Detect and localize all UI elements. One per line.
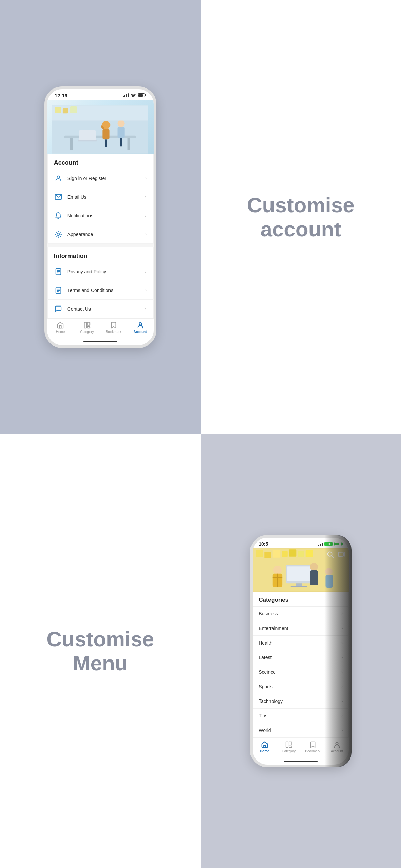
- svg-rect-65: [339, 552, 343, 556]
- nav-home-2[interactable]: Home: [253, 741, 277, 753]
- category-world[interactable]: World ›: [253, 723, 349, 738]
- svg-rect-4: [128, 138, 130, 150]
- svg-rect-6: [103, 129, 110, 139]
- nav-category[interactable]: Category: [74, 321, 100, 334]
- category-icon: [83, 321, 91, 329]
- search-icon-2[interactable]: [326, 551, 334, 558]
- nav-category-label: Category: [80, 330, 94, 334]
- category-business-label: Business: [259, 611, 278, 616]
- customise-account-label: Customise account: [247, 193, 355, 241]
- svg-rect-7: [105, 139, 107, 147]
- quadrant-bottom-left: Customise Menu: [0, 434, 201, 868]
- nav-bookmark-2[interactable]: Bookmark: [301, 741, 325, 753]
- svg-rect-15: [55, 107, 61, 113]
- video-icon[interactable]: [338, 551, 345, 558]
- svg-rect-16: [63, 108, 68, 113]
- status-icons-2: LTE: [318, 542, 343, 546]
- menu-item-contact[interactable]: Contact Us ›: [47, 300, 154, 318]
- svg-point-8: [118, 120, 125, 127]
- nav-home[interactable]: Home: [47, 321, 74, 334]
- appearance-chevron: ›: [145, 232, 146, 237]
- svg-line-27: [56, 236, 56, 236]
- category-science[interactable]: Sceince ›: [253, 665, 349, 679]
- status-bar: 12:19: [47, 89, 154, 100]
- sun-icon: [54, 230, 63, 239]
- terms-label: Terms and Conditions: [67, 288, 113, 293]
- category-sports-label: Sports: [259, 684, 272, 689]
- category-business[interactable]: Business ›: [253, 607, 349, 621]
- email-chevron: ›: [145, 194, 146, 199]
- nav-category-2-label: Category: [282, 749, 296, 753]
- nav-account-2-label: Account: [331, 749, 343, 753]
- svg-rect-47: [282, 551, 288, 557]
- doc-icon-privacy: [54, 267, 63, 276]
- category-entertainment[interactable]: Entertainment ›: [253, 621, 349, 636]
- category-sports[interactable]: Sports ›: [253, 679, 349, 694]
- info-section-title: Information: [47, 247, 154, 262]
- svg-rect-50: [306, 550, 313, 557]
- notifications-label: Notifications: [67, 213, 93, 218]
- menu-item-notifications[interactable]: Notifications ›: [47, 206, 154, 225]
- nav-bookmark-2-label: Bookmark: [305, 749, 320, 753]
- nav-bookmark[interactable]: Bookmark: [100, 321, 127, 334]
- battery-icon: [138, 93, 146, 97]
- status-bar-2: 10:5 LTE: [253, 538, 349, 548]
- nav-account[interactable]: Account: [127, 321, 154, 334]
- svg-line-23: [56, 232, 56, 232]
- category-health[interactable]: Health ›: [253, 636, 349, 650]
- quadrant-top-right: Customise account: [201, 0, 401, 434]
- privacy-label: Privacy and Policy: [67, 269, 106, 274]
- svg-rect-39: [87, 322, 89, 325]
- svg-rect-10: [120, 138, 122, 146]
- svg-rect-17: [70, 106, 77, 113]
- category-tips[interactable]: Tips ›: [253, 709, 349, 723]
- quadrant-top-left: 12:19: [0, 0, 201, 434]
- svg-point-18: [57, 176, 59, 178]
- phone-account: 12:19: [44, 86, 156, 348]
- menu-item-privacy[interactable]: Privacy and Policy ›: [47, 262, 154, 281]
- technology-chevron: ›: [341, 699, 343, 704]
- category-latest-label: Latest: [259, 655, 272, 660]
- home-bar: [83, 341, 117, 342]
- hero-image-2: [253, 548, 349, 592]
- lte-badge: LTE: [324, 542, 333, 546]
- svg-rect-45: [265, 552, 272, 558]
- contact-chevron: ›: [145, 306, 146, 311]
- category-technology[interactable]: Tachnology ›: [253, 694, 349, 709]
- svg-point-41: [139, 322, 141, 325]
- customise-menu-label: Customise Menu: [46, 627, 154, 675]
- svg-rect-37: [59, 326, 61, 328]
- svg-rect-69: [289, 742, 292, 745]
- home-indicator-2: [253, 758, 349, 765]
- bottom-nav-2: Home Category Bookmark: [253, 738, 349, 758]
- menu-item-terms[interactable]: Terms and Conditions ›: [47, 281, 154, 300]
- menu-item-signin[interactable]: Sign in or Register ›: [47, 169, 154, 188]
- category-world-label: World: [259, 728, 271, 733]
- home-icon-2: [261, 741, 268, 748]
- svg-rect-49: [298, 551, 304, 557]
- svg-rect-54: [291, 586, 307, 587]
- svg-rect-44: [256, 550, 263, 557]
- svg-point-59: [310, 563, 318, 571]
- chat-icon: [54, 304, 63, 313]
- account-section-title: Account: [47, 154, 154, 169]
- svg-point-71: [336, 742, 338, 744]
- phone-categories-wrapper: 10:5 LTE: [250, 535, 352, 767]
- nav-home-2-label: Home: [260, 749, 269, 753]
- science-chevron: ›: [341, 670, 343, 674]
- entertainment-chevron: ›: [341, 626, 343, 631]
- nav-account-2[interactable]: Account: [325, 741, 349, 753]
- nav-category-2[interactable]: Category: [277, 741, 301, 753]
- svg-marker-66: [343, 552, 345, 556]
- category-latest[interactable]: Latest ›: [253, 650, 349, 665]
- svg-point-20: [57, 233, 59, 235]
- menu-item-appearance[interactable]: Appearance ›: [47, 225, 154, 244]
- menu-item-email[interactable]: Email Us ›: [47, 188, 154, 206]
- svg-rect-70: [289, 746, 292, 747]
- section-separator: [47, 244, 154, 247]
- home-icon: [57, 321, 64, 329]
- svg-rect-9: [118, 127, 125, 138]
- svg-point-0: [133, 97, 134, 97]
- svg-rect-3: [70, 138, 73, 150]
- svg-rect-2: [64, 135, 136, 138]
